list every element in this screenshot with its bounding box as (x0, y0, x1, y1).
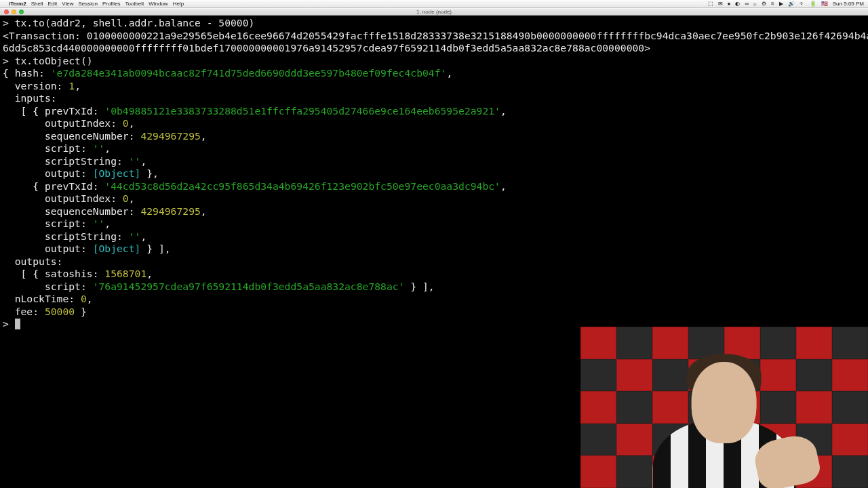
menubar-app-name[interactable]: iTerm2 (9, 1, 26, 7)
obj-line: [ { prevTxId: '0b49885121e3383733288d51e… (3, 105, 507, 117)
status-icon[interactable]: ⬚ (708, 1, 713, 7)
obj-line: sequenceNumber: 4294967295, (3, 130, 207, 142)
obj-line: inputs: (3, 92, 57, 104)
obj-line: output: [Object] } ], (3, 243, 171, 254)
tx-raw-line: <Transaction: 0100000000221a9e29565eb4e1… (3, 30, 868, 41)
window-controls (4, 9, 24, 14)
obj-line: scriptString: '', (3, 230, 146, 242)
obj-line: script: '76a91452957cdea97f6592114db0f3e… (3, 281, 435, 292)
menubar-right: ⬚ ✉ ● ◐ ∞ ⌕ ⚙ ≡ ▶ 🔊 ᯤ 🔋 🇺🇸 Sun 5:05 PM (708, 1, 864, 7)
obj-line: script: '', (3, 142, 111, 154)
obj-line: nLockTime: 0, (3, 293, 93, 304)
obj-line: scriptString: '', (3, 155, 146, 167)
volume-icon[interactable]: 🔊 (788, 1, 795, 7)
status-icon[interactable]: ≡ (771, 1, 774, 7)
status-icon[interactable]: ◐ (735, 1, 740, 7)
obj-line: fee: 50000 } (3, 306, 87, 317)
status-icon[interactable]: ▶ (779, 1, 783, 7)
status-icon[interactable]: ● (728, 1, 731, 7)
macos-menubar: iTerm2 Shell Edit View Session Profiles … (0, 0, 868, 8)
obj-line: output: [Object] }, (3, 167, 159, 179)
webcam-person (624, 351, 825, 488)
window-titlebar: 1. node (node) (0, 8, 868, 16)
status-icon[interactable]: ✉ (718, 1, 723, 7)
menu-window[interactable]: Window (149, 1, 167, 7)
obj-line: sequenceNumber: 4294967295, (3, 205, 207, 217)
obj-line: outputIndex: 0, (3, 192, 135, 204)
zoom-window-button[interactable] (19, 9, 24, 14)
obj-line: { hash: 'e7da284e341ab0094bcaac82f741d75… (3, 67, 452, 79)
terminal-cursor (15, 319, 20, 329)
obj-line: outputIndex: 0, (3, 117, 135, 129)
wifi-icon[interactable]: ᯤ (800, 1, 805, 7)
window-title: 1. node (node) (416, 9, 452, 15)
obj-line: { prevTxId: '44cd53c8d56d2a42cc95f865d34… (3, 180, 507, 192)
tx-raw-line: 6dd5c853cd440000000000ffffffff01bdef1700… (3, 42, 650, 54)
menu-toolbelt[interactable]: Toolbelt (125, 1, 144, 7)
obj-line: version: 1, (3, 80, 81, 92)
flag-icon[interactable]: 🇺🇸 (821, 1, 828, 7)
obj-line: script: '', (3, 218, 111, 229)
minimize-window-button[interactable] (12, 9, 16, 14)
menu-shell[interactable]: Shell (31, 1, 43, 7)
cmd-line: tx.to(addr2, shell.addr.balance - 50000) (15, 17, 255, 28)
obj-line: [ { satoshis: 1568701, (3, 268, 153, 279)
menubar-left: iTerm2 Shell Edit View Session Profiles … (4, 1, 184, 7)
close-window-button[interactable] (4, 9, 9, 14)
menu-session[interactable]: Session (78, 1, 97, 7)
menu-help[interactable]: Help (173, 1, 184, 7)
cmd-line: tx.toObject() (15, 55, 93, 66)
status-icon[interactable]: ⚙ (762, 1, 766, 7)
status-icon[interactable]: ⌕ (753, 1, 757, 7)
webcam-overlay (580, 327, 868, 488)
battery-icon[interactable]: 🔋 (810, 1, 816, 7)
status-icon[interactable]: ∞ (745, 1, 749, 7)
menubar-clock[interactable]: Sun 5:05 PM (833, 1, 864, 7)
obj-line: outputs: (3, 256, 62, 267)
menu-view[interactable]: View (62, 1, 73, 7)
menu-profiles[interactable]: Profiles (102, 1, 121, 7)
menu-edit[interactable]: Edit (47, 1, 57, 7)
